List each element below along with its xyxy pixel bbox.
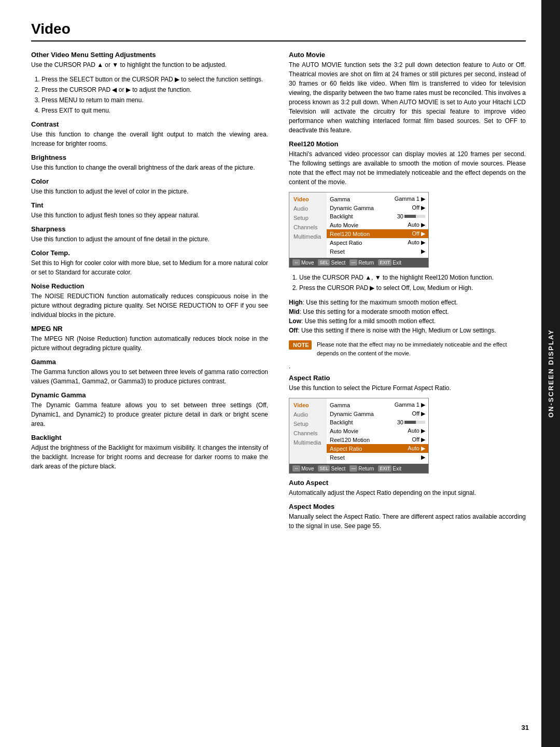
menu-box-inner-2: Video Audio Setup Channels Multimedia Ga… [289, 398, 428, 464]
two-column-layout: Other Video Menu Setting Adjustments Use… [31, 51, 526, 536]
menu-row-backlight: Backlight 30 [327, 212, 428, 220]
section-aspect-ratio: Aspect Ratio Use this function to select… [289, 374, 526, 531]
section-sharpness: Sharpness Use this function to adjust th… [31, 225, 268, 244]
text-aspect-modes: Manually select the Aspect Ratio. There … [289, 512, 526, 531]
heading-other-video-menu: Other Video Menu Setting Adjustments [31, 51, 268, 59]
text-contrast: Use this function to change the overall … [31, 130, 268, 148]
list-item: Press the SELECT button or the CURSOR PA… [41, 75, 268, 84]
heading-sharpness: Sharpness [31, 225, 268, 233]
section-dynamic-gamma: Dynamic Gamma The Dynamic Gamma feature … [31, 391, 268, 428]
text-color: Use this function to adjust the level of… [31, 187, 268, 196]
section-backlight: Backlight Adjust the brightness of the B… [31, 434, 268, 471]
main-content: Video Other Video Menu Setting Adjustmen… [0, 0, 541, 747]
menu-nav-channels: Channels [289, 223, 327, 232]
menu-row-gamma: Gamma Gamma 1 ▶ [327, 195, 428, 203]
text-auto-aspect: Automatically adjust the Aspect Ratio de… [289, 488, 526, 497]
text-backlight: Adjust the brightness of the Backlight f… [31, 443, 268, 471]
menu-nav-2: Video Audio Setup Channels Multimedia [289, 398, 327, 464]
menu-nav-setup-2: Setup [289, 419, 327, 428]
heading-contrast: Contrast [31, 120, 268, 128]
sidebar-label: ON-SCREEN DISPLAY [541, 0, 560, 747]
text-noise-reduction: The NOISE REDUCTION function automatical… [31, 292, 268, 320]
section-contrast: Contrast Use this function to change the… [31, 120, 268, 148]
effects-text: High: Use this setting for the maximum s… [289, 298, 526, 335]
menu-row-reel120: Reel120 Motion Off ▶ [327, 229, 428, 238]
section-aspect-modes: Aspect Modes Manually select the Aspect … [289, 503, 526, 531]
heading-dynamic-gamma: Dynamic Gamma [31, 391, 268, 399]
menu-row-aspect-ratio-2: Aspect Ratio Auto ▶ [327, 444, 428, 453]
text-auto-movie: The AUTO MOVIE function sets the 3:2 pul… [289, 60, 526, 135]
menu-nav-channels-2: Channels [289, 428, 327, 438]
section-brightness: Brightness Use this function to change t… [31, 154, 268, 172]
text-color-temp: Set this to High for cooler color with m… [31, 258, 268, 277]
menu-nav-setup: Setup [289, 213, 327, 223]
menu-items-2: Gamma Gamma 1 ▶ Dynamic Gamma Off ▶ Back… [327, 398, 428, 464]
text-reel120-motion: Hitachi's advanced video processor can d… [289, 149, 526, 187]
page-title: Video [31, 21, 526, 42]
menu-box-reel120: Video Audio Setup Channels Multimedia Ga… [289, 192, 429, 268]
text-dynamic-gamma: The Dynamic Gamma feature allows you to … [31, 400, 268, 428]
menu-row-auto-movie-2: Auto Movie Auto ▶ [327, 426, 428, 435]
menu-box-inner: Video Audio Setup Channels Multimedia Ga… [289, 192, 428, 258]
right-column: Auto Movie The AUTO MOVIE function sets … [289, 51, 526, 536]
menu-row-backlight-2: Backlight 30 [327, 418, 428, 426]
section-reel120-motion: Reel120 Motion Hitachi's advanced video … [289, 140, 526, 370]
menu-row-dynamic-gamma-2: Dynamic Gamma Off ▶ [327, 409, 428, 418]
heading-brightness: Brightness [31, 154, 268, 161]
heading-color-temp: Color Temp. [31, 249, 268, 257]
page-number: 31 [522, 724, 529, 731]
list-item: Press the CURSOR PAD ◀ or ▶ to adjust th… [41, 85, 268, 94]
page-container: Video Other Video Menu Setting Adjustmen… [0, 0, 560, 747]
menu-box-aspect: Video Audio Setup Channels Multimedia Ga… [289, 398, 429, 474]
section-tint: Tint Use this function to adjust flesh t… [31, 201, 268, 220]
section-auto-aspect: Auto Aspect Automatically adjust the Asp… [289, 479, 526, 497]
heading-backlight: Backlight [31, 434, 268, 441]
heading-gamma: Gamma [31, 358, 268, 366]
list-item: Press the CURSOR PAD ▶ to select Off, Lo… [299, 283, 526, 293]
section-other-video-menu: Other Video Menu Setting Adjustments Use… [31, 51, 268, 115]
menu-row-reset: Reset ▶ [327, 247, 428, 256]
menu-footer: ↔ Move SEL Select — Return EXIT Exit [289, 258, 428, 267]
text-gamma: The Gamma function allows you to set bet… [31, 367, 268, 386]
sidebar-text: ON-SCREEN DISPLAY [547, 329, 555, 418]
heading-tint: Tint [31, 201, 268, 209]
left-column: Other Video Menu Setting Adjustments Use… [31, 51, 268, 536]
heading-aspect-ratio: Aspect Ratio [289, 374, 526, 382]
menu-row-auto-movie: Auto Movie Auto ▶ [327, 220, 428, 229]
list-item: Press MENU to return to main menu. [41, 95, 268, 105]
section-color-temp: Color Temp. Set this to High for cooler … [31, 249, 268, 277]
section-noise-reduction: Noise Reduction The NOISE REDUCTION func… [31, 282, 268, 320]
heading-aspect-modes: Aspect Modes [289, 503, 526, 510]
menu-nav-multimedia-2: Multimedia [289, 438, 327, 447]
menu-row-gamma-2: Gamma Gamma 1 ▶ [327, 400, 428, 409]
menu-nav-audio: Audio [289, 204, 327, 213]
menu-footer-2: ↔ Move SEL Select — Return EXIT Exit [289, 464, 428, 473]
menu-nav-multimedia: Multimedia [289, 232, 327, 241]
reel120-list: Use the CURSOR PAD ▲, ▼ to the highlight… [299, 273, 526, 293]
menu-nav-audio-2: Audio [289, 410, 327, 419]
text-other-video-menu: Use the CURSOR PAD ▲ or ▼ to highlight t… [31, 60, 268, 70]
list-item: Use the CURSOR PAD ▲, ▼ to the highlight… [299, 273, 526, 282]
menu-items: Gamma Gamma 1 ▶ Dynamic Gamma Off ▶ Back… [327, 192, 428, 258]
text-aspect-ratio: Use this function to select the Picture … [289, 383, 526, 393]
heading-noise-reduction: Noise Reduction [31, 282, 268, 290]
period: . [289, 363, 526, 370]
heading-color: Color [31, 177, 268, 185]
section-auto-movie: Auto Movie The AUTO MOVIE function sets … [289, 51, 526, 135]
heading-reel120-motion: Reel120 Motion [289, 140, 526, 148]
section-mpeg-nr: MPEG NR The MPEG NR (Noise Reduction) fu… [31, 325, 268, 353]
note-text: Please note that the effect may no be im… [317, 340, 526, 357]
menu-nav: Video Audio Setup Channels Multimedia [289, 192, 327, 258]
menu-row-aspect-ratio: Aspect Ratio Auto ▶ [327, 238, 428, 247]
heading-auto-movie: Auto Movie [289, 51, 526, 59]
section-gamma: Gamma The Gamma function allows you to s… [31, 358, 268, 386]
heading-auto-aspect: Auto Aspect [289, 479, 526, 487]
note-box: NOTE Please note that the effect may no … [289, 340, 526, 357]
menu-nav-video: Video [289, 195, 327, 204]
menu-nav-video-2: Video [289, 400, 327, 410]
menu-row-dynamic-gamma: Dynamic Gamma Off ▶ [327, 203, 428, 212]
menu-row-reset-2: Reset ▶ [327, 453, 428, 462]
text-brightness: Use this function to change the overall … [31, 163, 268, 172]
text-sharpness: Use this function to adjust the amount o… [31, 234, 268, 244]
list-other-video-menu: Press the SELECT button or the CURSOR PA… [41, 75, 268, 115]
